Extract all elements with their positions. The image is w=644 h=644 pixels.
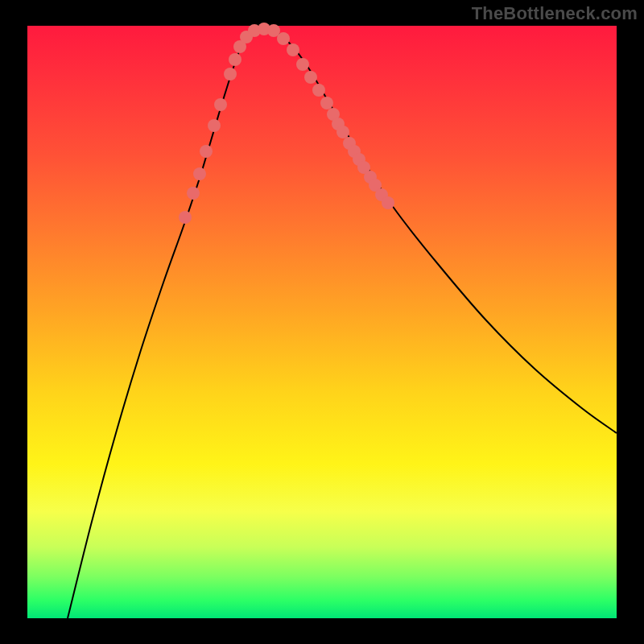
- plot-area: [27, 26, 617, 618]
- marker-dot: [200, 145, 213, 158]
- marker-dot: [208, 119, 221, 132]
- curve-svg: [27, 26, 617, 618]
- marker-dot: [224, 68, 237, 80]
- bottleneck-curve: [68, 28, 617, 619]
- marker-dot: [312, 84, 325, 97]
- marker-dot: [336, 126, 349, 138]
- marker-dot: [187, 187, 200, 200]
- bottleneck-markers: [179, 23, 394, 224]
- marker-dot: [214, 98, 227, 111]
- marker-dot: [277, 32, 290, 45]
- watermark-text: TheBottleneck.com: [472, 3, 638, 24]
- marker-dot: [193, 167, 206, 180]
- marker-dot: [179, 211, 192, 224]
- marker-dot: [287, 43, 299, 56]
- marker-dot: [304, 71, 317, 84]
- chart-frame: TheBottleneck.com: [0, 0, 644, 644]
- marker-dot: [296, 58, 309, 71]
- marker-dot: [229, 53, 242, 66]
- marker-dot: [320, 97, 333, 109]
- marker-dot: [382, 196, 394, 209]
